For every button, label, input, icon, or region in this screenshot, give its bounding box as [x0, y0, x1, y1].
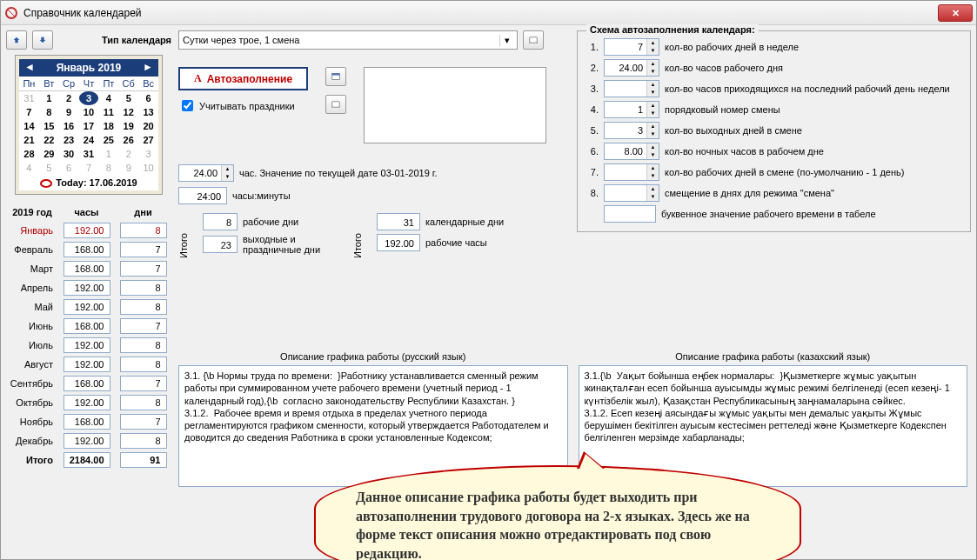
- year-row[interactable]: Октябрь192.008: [6, 393, 171, 412]
- year-row[interactable]: Ноябрь168.007: [6, 412, 171, 431]
- calendar-day[interactable]: 9: [59, 105, 79, 119]
- year-row[interactable]: Март168.007: [6, 259, 171, 278]
- calendar-day[interactable]: 25: [98, 133, 118, 147]
- calendar-day[interactable]: 23: [59, 133, 79, 147]
- scheme-spin[interactable]: ▲▼: [604, 184, 659, 202]
- prev-month-button[interactable]: ◄: [24, 61, 35, 73]
- calendar-day[interactable]: 19: [118, 119, 138, 133]
- year-row[interactable]: Сентябрь168.007: [6, 374, 171, 393]
- month-days: 8: [120, 357, 167, 372]
- book-icon-button[interactable]: [325, 95, 346, 114]
- hm-box[interactable]: 24:00: [178, 187, 227, 204]
- close-button[interactable]: ✕: [938, 4, 973, 22]
- calendar-day[interactable]: 8: [98, 161, 118, 175]
- calendar-day[interactable]: 13: [138, 105, 158, 119]
- year-row[interactable]: Январь192.008: [6, 221, 171, 240]
- calendar-day[interactable]: 6: [59, 161, 79, 175]
- desc-kz-title: Описание графика работы (казахский язык): [579, 351, 968, 362]
- hours-spin[interactable]: ▲▼: [178, 164, 234, 182]
- scheme-row: 3.▲▼кол-во часов приходящихся на последн…: [586, 80, 961, 97]
- notes-textarea[interactable]: [364, 67, 546, 143]
- scheme-row: 7.▲▼кол-во рабочих дней в смене (по-умол…: [586, 163, 961, 181]
- year-row[interactable]: Апрель192.008: [6, 278, 171, 297]
- scheme-spin[interactable]: ▲▼: [604, 80, 659, 97]
- month-calendar[interactable]: ◄ Январь 2019 ► ПнВтСрЧтПтСбВс3112345678…: [15, 55, 163, 195]
- scheme-spin[interactable]: ▲▼: [604, 38, 659, 56]
- calendar-dow: Ср: [59, 77, 79, 91]
- calendar-day[interactable]: 26: [118, 133, 138, 147]
- calendar-day[interactable]: 31: [19, 91, 39, 105]
- calendar-day[interactable]: 17: [79, 119, 99, 133]
- calendar-day[interactable]: 31: [79, 147, 99, 161]
- calendar-day[interactable]: 2: [59, 91, 79, 105]
- year-row[interactable]: Май192.008: [6, 297, 171, 317]
- year-row[interactable]: Июнь168.007: [6, 317, 171, 336]
- work-days-box: 8: [203, 213, 238, 230]
- calendar-day[interactable]: 6: [138, 91, 158, 105]
- calendar-day[interactable]: 1: [98, 147, 118, 161]
- scheme-fieldset: Схема автозаполнения календаря: 1.▲▼кол-…: [577, 30, 971, 232]
- hm-label: часы:минуты: [232, 190, 291, 201]
- calendar-day[interactable]: 18: [98, 119, 118, 133]
- calendar-day[interactable]: 8: [39, 105, 59, 119]
- calendar-day[interactable]: 5: [118, 91, 138, 105]
- calendar-type-combo[interactable]: Сутки через трое, 1 смена ▾: [178, 30, 518, 50]
- calendar-day[interactable]: 5: [39, 161, 59, 175]
- scheme-spin[interactable]: ▲▼: [604, 122, 659, 139]
- year-row[interactable]: Декабрь192.008: [6, 431, 171, 450]
- calendar-day[interactable]: 4: [19, 161, 39, 175]
- month-hours: 192.00: [64, 280, 110, 296]
- calendar-day[interactable]: 16: [59, 119, 79, 133]
- calendar-day[interactable]: 3: [138, 147, 158, 161]
- calendar-day[interactable]: 27: [138, 133, 158, 147]
- year-summary-table: 2019 год часы дни Январь192.008Февраль16…: [6, 203, 171, 470]
- calendar-day[interactable]: 28: [19, 147, 39, 161]
- month-name: Апрель: [6, 278, 58, 297]
- calendar-day[interactable]: 15: [39, 119, 59, 133]
- month-name: Август: [6, 355, 58, 374]
- autofill-button[interactable]: A Автозаполнение: [178, 67, 308, 90]
- calendar-day[interactable]: 7: [79, 161, 99, 175]
- month-days: 7: [120, 318, 167, 334]
- calendar-day[interactable]: 12: [118, 105, 138, 119]
- month-days: 8: [120, 223, 167, 238]
- calendar-day[interactable]: 10: [138, 161, 158, 175]
- calendar-day[interactable]: 2: [118, 147, 138, 161]
- calendar-day[interactable]: 11: [98, 105, 118, 119]
- today-link[interactable]: Today: 17.06.2019: [19, 175, 158, 190]
- scheme-spin[interactable]: ▲▼: [604, 101, 659, 118]
- next-month-button[interactable]: ►: [143, 61, 153, 73]
- calendar-day[interactable]: 14: [19, 119, 39, 133]
- calendar-day[interactable]: 29: [39, 147, 59, 161]
- calendar-day[interactable]: 3: [79, 91, 99, 105]
- calendar-day[interactable]: 21: [19, 133, 39, 147]
- holidays-checkbox[interactable]: [182, 100, 193, 111]
- year-row[interactable]: Август192.008: [6, 355, 171, 374]
- letter-box[interactable]: [604, 205, 656, 223]
- calendar-day[interactable]: 20: [138, 119, 158, 133]
- calendar-day[interactable]: 22: [39, 133, 59, 147]
- calendar-icon-button[interactable]: [325, 67, 346, 86]
- month-days: 8: [120, 280, 167, 296]
- open-reference-button[interactable]: [523, 30, 544, 50]
- year-row[interactable]: Июль192.008: [6, 336, 171, 355]
- holidays-label: Учитывать праздники: [199, 101, 295, 111]
- month-name: Май: [6, 297, 58, 317]
- move-down-button[interactable]: [32, 30, 53, 50]
- year-row[interactable]: Февраль168.007: [6, 240, 171, 259]
- calendar-day[interactable]: 4: [98, 91, 118, 105]
- scheme-spin[interactable]: ▲▼: [604, 143, 659, 160]
- calendar-day[interactable]: 30: [59, 147, 79, 161]
- calendar-day[interactable]: 1: [39, 91, 59, 105]
- move-up-button[interactable]: [6, 30, 27, 50]
- month-days: 7: [120, 414, 167, 430]
- calendar-day[interactable]: 7: [19, 105, 39, 119]
- scheme-spin[interactable]: ▲▼: [604, 163, 659, 181]
- calendar-day[interactable]: 24: [79, 133, 99, 147]
- calendar-dow: Пт: [98, 77, 118, 91]
- month-hours: 192.00: [64, 223, 110, 238]
- scheme-spin[interactable]: ▲▼: [604, 59, 659, 77]
- calendar-day[interactable]: 9: [118, 161, 138, 175]
- hours-label: час. Значение по текущей дате 03-01-2019…: [239, 168, 438, 178]
- calendar-day[interactable]: 10: [79, 105, 99, 119]
